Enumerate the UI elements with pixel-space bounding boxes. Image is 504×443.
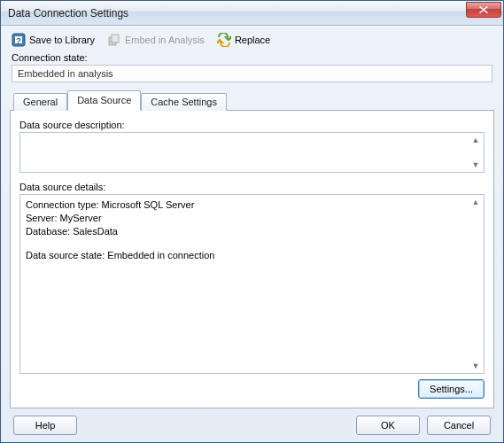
replace-label: Replace <box>235 35 270 45</box>
connection-state-value: Embedded in analysis <box>12 65 492 82</box>
scroll-up-icon[interactable]: ▲ <box>469 197 482 207</box>
details-label: Data source details: <box>19 182 485 192</box>
dialog-window: Data Connection Settings ? Save to Libra… <box>0 0 504 443</box>
scroll-up-icon[interactable]: ▲ <box>469 135 482 145</box>
replace-button[interactable]: Replace <box>217 33 270 47</box>
details-content: Connection type: Microsoft SQL Server Se… <box>26 198 478 261</box>
titlebar: Data Connection Settings <box>1 1 503 26</box>
tabstrip: General Data Source Cache Settings <box>10 89 494 110</box>
detail-line-connection-type: Connection type: Microsoft SQL Server <box>26 198 464 212</box>
description-label: Data source description: <box>19 120 485 130</box>
close-icon <box>479 6 488 13</box>
ok-button[interactable]: OK <box>356 416 420 435</box>
embed-in-analysis-label: Embed in Analysis <box>125 35 205 45</box>
settings-row: Settings... <box>19 379 485 399</box>
svg-rect-4 <box>112 35 119 43</box>
detail-line-server: Server: MyServer <box>26 212 464 225</box>
embed-in-analysis-icon <box>107 33 121 47</box>
replace-icon <box>217 33 231 47</box>
embed-in-analysis-button: Embed in Analysis <box>107 33 205 47</box>
scroll-down-icon[interactable]: ▼ <box>469 361 482 371</box>
connection-state-label: Connection state: <box>8 52 496 65</box>
tabs-container: General Data Source Cache Settings Data … <box>10 89 494 408</box>
detail-spacer <box>26 238 464 249</box>
dialog-footer: Help OK Cancel <box>8 408 496 435</box>
settings-button[interactable]: Settings... <box>418 379 485 399</box>
dialog-body: ? Save to Library Embed in Analysis <box>1 26 503 442</box>
close-button[interactable] <box>466 2 501 18</box>
save-to-library-icon: ? <box>12 33 26 47</box>
detail-line-database: Database: SalesData <box>26 225 464 238</box>
tab-data-source[interactable]: Data Source <box>67 90 141 111</box>
scroll-down-icon[interactable]: ▼ <box>469 159 482 170</box>
save-to-library-button[interactable]: ? Save to Library <box>12 33 95 47</box>
save-to-library-label: Save to Library <box>29 35 95 45</box>
toolbar: ? Save to Library Embed in Analysis <box>8 31 496 52</box>
cancel-button[interactable]: Cancel <box>427 416 491 435</box>
tab-general[interactable]: General <box>13 93 67 111</box>
tab-cache-settings[interactable]: Cache Settings <box>141 93 227 111</box>
description-textarea[interactable]: ▲ ▼ <box>19 132 485 173</box>
details-textarea[interactable]: Connection type: Microsoft SQL Server Se… <box>19 194 485 374</box>
window-title: Data Connection Settings <box>8 7 466 19</box>
tabpanel-data-source: Data source description: ▲ ▼ Data source… <box>10 110 494 408</box>
help-button[interactable]: Help <box>13 416 77 435</box>
svg-text:?: ? <box>16 36 21 45</box>
detail-line-state: Data source state: Embedded in connectio… <box>26 249 464 262</box>
